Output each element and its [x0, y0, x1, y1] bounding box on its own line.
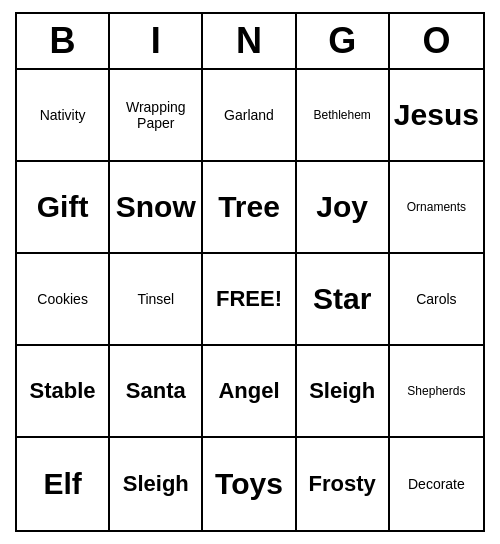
cell-text-11: Tinsel	[137, 291, 174, 307]
bingo-cell-23[interactable]: Frosty	[297, 438, 390, 530]
bingo-cell-22[interactable]: Toys	[203, 438, 296, 530]
cell-text-14: Carols	[416, 291, 456, 307]
bingo-cell-0[interactable]: Nativity	[17, 70, 110, 162]
cell-text-10: Cookies	[37, 291, 88, 307]
bingo-cell-3[interactable]: Bethlehem	[297, 70, 390, 162]
bingo-cell-19[interactable]: Shepherds	[390, 346, 483, 438]
cell-text-12: FREE!	[216, 286, 282, 312]
cell-text-17: Angel	[218, 378, 279, 404]
bingo-cell-13[interactable]: Star	[297, 254, 390, 346]
header-letter-B: B	[17, 14, 110, 68]
bingo-cell-10[interactable]: Cookies	[17, 254, 110, 346]
cell-text-24: Decorate	[408, 476, 465, 492]
bingo-cell-17[interactable]: Angel	[203, 346, 296, 438]
header-letter-I: I	[110, 14, 203, 68]
bingo-cell-15[interactable]: Stable	[17, 346, 110, 438]
cell-text-2: Garland	[224, 107, 274, 123]
bingo-cell-24[interactable]: Decorate	[390, 438, 483, 530]
cell-text-18: Sleigh	[309, 378, 375, 404]
bingo-cell-6[interactable]: Snow	[110, 162, 203, 254]
cell-text-6: Snow	[116, 190, 196, 224]
cell-text-8: Joy	[316, 190, 368, 224]
cell-text-13: Star	[313, 282, 371, 316]
header-letter-N: N	[203, 14, 296, 68]
cell-text-19: Shepherds	[407, 384, 465, 398]
bingo-cell-12[interactable]: FREE!	[203, 254, 296, 346]
header-letter-O: O	[390, 14, 483, 68]
bingo-cell-21[interactable]: Sleigh	[110, 438, 203, 530]
cell-text-15: Stable	[30, 378, 96, 404]
bingo-cell-18[interactable]: Sleigh	[297, 346, 390, 438]
bingo-cell-16[interactable]: Santa	[110, 346, 203, 438]
bingo-body: NativityWrappingPaperGarlandBethlehemJes…	[17, 70, 483, 530]
bingo-cell-4[interactable]: Jesus	[390, 70, 483, 162]
bingo-card: BINGO NativityWrappingPaperGarlandBethle…	[15, 12, 485, 532]
cell-text-0: Nativity	[40, 107, 86, 123]
cell-text-23: Frosty	[309, 471, 376, 497]
cell-text-3: Bethlehem	[314, 108, 371, 122]
cell-text-4: Jesus	[394, 98, 479, 132]
bingo-cell-7[interactable]: Tree	[203, 162, 296, 254]
cell-text-1: WrappingPaper	[126, 99, 186, 131]
cell-text-22: Toys	[215, 467, 283, 501]
cell-text-5: Gift	[37, 190, 89, 224]
bingo-cell-8[interactable]: Joy	[297, 162, 390, 254]
bingo-cell-1[interactable]: WrappingPaper	[110, 70, 203, 162]
bingo-cell-14[interactable]: Carols	[390, 254, 483, 346]
cell-text-16: Santa	[126, 378, 186, 404]
header-letter-G: G	[297, 14, 390, 68]
cell-text-21: Sleigh	[123, 471, 189, 497]
bingo-header: BINGO	[17, 14, 483, 70]
bingo-cell-5[interactable]: Gift	[17, 162, 110, 254]
cell-text-20: Elf	[43, 467, 81, 501]
cell-text-7: Tree	[218, 190, 280, 224]
bingo-cell-2[interactable]: Garland	[203, 70, 296, 162]
cell-text-9: Ornaments	[407, 200, 466, 214]
bingo-cell-11[interactable]: Tinsel	[110, 254, 203, 346]
bingo-cell-9[interactable]: Ornaments	[390, 162, 483, 254]
bingo-cell-20[interactable]: Elf	[17, 438, 110, 530]
